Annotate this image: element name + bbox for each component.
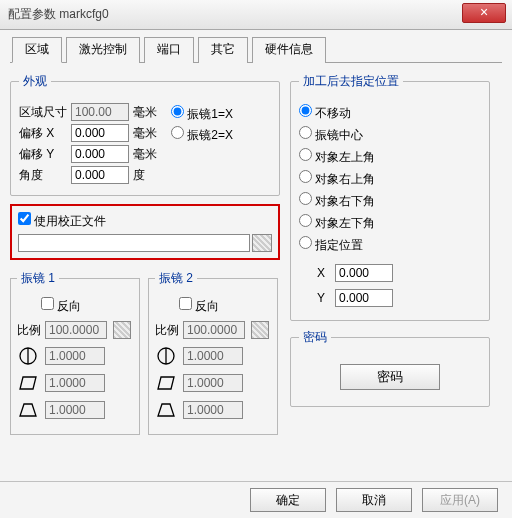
angle-label: 角度: [19, 167, 71, 184]
svg-marker-3: [20, 404, 36, 416]
tab-strip: 区域 激光控制 端口 其它 硬件信息: [10, 36, 502, 63]
tab-ports[interactable]: 端口: [144, 37, 194, 63]
size-input[interactable]: [71, 103, 129, 121]
dialog-button-bar: 确定 取消 应用(A): [250, 488, 498, 512]
apply-button[interactable]: 应用(A): [422, 488, 498, 512]
svg-marker-7: [158, 404, 174, 416]
angle-input[interactable]: [71, 166, 129, 184]
tab-other[interactable]: 其它: [198, 37, 248, 63]
separator: [0, 481, 512, 482]
calibration-file-input[interactable]: [18, 234, 250, 252]
goto-opt-2[interactable]: 对象左上角: [299, 148, 481, 166]
galvo2-scale-step[interactable]: [251, 321, 269, 339]
goto-opt-5[interactable]: 对象左下角: [299, 214, 481, 232]
goto-opt-4[interactable]: 对象右下角: [299, 192, 481, 210]
goto-opt-3[interactable]: 对象右上角: [299, 170, 481, 188]
use-calibration-checkbox[interactable]: 使用校正文件: [18, 214, 106, 228]
galvo1-v2-input[interactable]: [45, 374, 105, 392]
circle-icon: [17, 345, 39, 367]
galvo1-v1-input[interactable]: [45, 347, 105, 365]
calibration-highlight: 使用校正文件: [10, 204, 280, 260]
galvo2-v3-input[interactable]: [183, 401, 243, 419]
galvo2-reverse-checkbox[interactable]: 反向: [179, 297, 219, 315]
trapezoid-icon: [17, 399, 39, 421]
dialog-body: 区域 激光控制 端口 其它 硬件信息 外观 区域尺寸 毫米 偏移 X: [0, 30, 512, 518]
browse-button[interactable]: [252, 234, 272, 252]
goto-y-input[interactable]: [335, 289, 393, 307]
appearance-group: 外观 区域尺寸 毫米 偏移 X 毫米: [10, 73, 280, 196]
galvo2-v1-input[interactable]: [183, 347, 243, 365]
galvo1-v3-input[interactable]: [45, 401, 105, 419]
goto-position-group: 加工后去指定位置 不移动 振镜中心 对象左上角 对象右上角 对象右下角 对象左下…: [290, 73, 490, 321]
appearance-legend: 外观: [19, 73, 51, 90]
circle-icon: [155, 345, 177, 367]
offy-label: 偏移 Y: [19, 146, 71, 163]
parallelogram-icon: [155, 372, 177, 394]
angle-unit: 度: [133, 167, 163, 184]
tab-laser-control[interactable]: 激光控制: [66, 37, 140, 63]
galvo2-group: 振镜 2 反向 比例: [148, 270, 278, 435]
goto-opt-1[interactable]: 振镜中心: [299, 126, 481, 144]
window-title: 配置参数 markcfg0: [8, 6, 109, 23]
galvo1x-radio[interactable]: 振镜1=X: [171, 105, 233, 123]
galvo2-scale-input[interactable]: [183, 321, 245, 339]
svg-marker-2: [20, 377, 36, 389]
size-unit: 毫米: [133, 104, 163, 121]
password-legend: 密码: [299, 329, 331, 346]
galvo2-scale-label: 比例: [155, 322, 179, 339]
titlebar: 配置参数 markcfg0 ×: [0, 0, 512, 30]
galvo2-legend: 振镜 2: [155, 270, 197, 287]
goto-opt-6[interactable]: 指定位置: [299, 236, 481, 254]
tab-content: 外观 区域尺寸 毫米 偏移 X 毫米: [10, 63, 502, 435]
svg-marker-6: [158, 377, 174, 389]
offx-unit: 毫米: [133, 125, 163, 142]
parallelogram-icon: [17, 372, 39, 394]
offset-y-input[interactable]: [71, 145, 129, 163]
cancel-button[interactable]: 取消: [336, 488, 412, 512]
goto-legend: 加工后去指定位置: [299, 73, 403, 90]
galvo2x-radio[interactable]: 振镜2=X: [171, 126, 233, 144]
tab-region[interactable]: 区域: [12, 37, 62, 63]
goto-opt-0[interactable]: 不移动: [299, 104, 481, 122]
goto-y-label: Y: [317, 291, 335, 305]
galvo1-scale-label: 比例: [17, 322, 41, 339]
offx-label: 偏移 X: [19, 125, 71, 142]
close-button[interactable]: ×: [462, 3, 506, 23]
galvo1-reverse-checkbox[interactable]: 反向: [41, 297, 81, 315]
galvo2-v2-input[interactable]: [183, 374, 243, 392]
tab-hardware-info[interactable]: 硬件信息: [252, 37, 326, 63]
ok-button[interactable]: 确定: [250, 488, 326, 512]
offy-unit: 毫米: [133, 146, 163, 163]
galvo1-legend: 振镜 1: [17, 270, 59, 287]
goto-x-label: X: [317, 266, 335, 280]
password-button[interactable]: 密码: [340, 364, 440, 390]
offset-x-input[interactable]: [71, 124, 129, 142]
galvo1-group: 振镜 1 反向 比例: [10, 270, 140, 435]
size-label: 区域尺寸: [19, 104, 71, 121]
trapezoid-icon: [155, 399, 177, 421]
galvo1-scale-input[interactable]: [45, 321, 107, 339]
password-group: 密码 密码: [290, 329, 490, 407]
goto-x-input[interactable]: [335, 264, 393, 282]
galvo1-scale-step[interactable]: [113, 321, 131, 339]
